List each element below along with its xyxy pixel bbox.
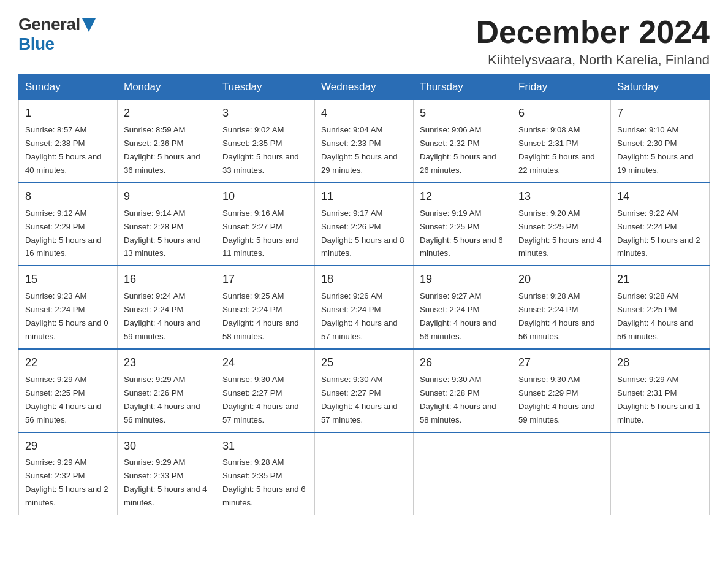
day-number: 13: [518, 188, 604, 205]
calendar-cell: 1 Sunrise: 8:57 AMSunset: 2:38 PMDayligh…: [19, 100, 118, 183]
calendar-cell: [315, 432, 414, 515]
day-info: Sunrise: 9:28 AMSunset: 2:24 PMDaylight:…: [518, 291, 595, 341]
logo: General Blue: [18, 15, 96, 54]
day-info: Sunrise: 9:30 AMSunset: 2:28 PMDaylight:…: [420, 375, 496, 424]
day-number: 25: [321, 354, 407, 372]
calendar-cell: 12 Sunrise: 9:19 AMSunset: 2:25 PMDaylig…: [414, 183, 512, 266]
calendar-cell: 16 Sunrise: 9:24 AMSunset: 2:24 PMDaylig…: [118, 266, 216, 349]
day-number: 12: [420, 188, 506, 205]
day-number: 21: [617, 271, 703, 288]
calendar-cell: 19 Sunrise: 9:27 AMSunset: 2:24 PMDaylig…: [414, 266, 512, 349]
day-number: 30: [124, 438, 210, 455]
logo-general-text: General: [18, 15, 80, 34]
day-info: Sunrise: 9:28 AMSunset: 2:35 PMDaylight:…: [222, 458, 306, 507]
day-number: 26: [420, 354, 506, 372]
location-title: Kiihtelysvaara, North Karelia, Finland: [476, 52, 710, 68]
day-number: 1: [25, 105, 111, 122]
day-info: Sunrise: 9:06 AMSunset: 2:32 PMDaylight:…: [420, 125, 496, 175]
day-info: Sunrise: 9:04 AMSunset: 2:33 PMDaylight:…: [321, 125, 398, 175]
day-number: 15: [25, 271, 111, 288]
calendar-cell: 14 Sunrise: 9:22 AMSunset: 2:24 PMDaylig…: [611, 183, 710, 266]
calendar-cell: 13 Sunrise: 9:20 AMSunset: 2:25 PMDaylig…: [512, 183, 611, 266]
day-info: Sunrise: 9:14 AMSunset: 2:28 PMDaylight:…: [124, 209, 200, 258]
day-number: 16: [124, 271, 210, 288]
calendar-cell: 18 Sunrise: 9:26 AMSunset: 2:24 PMDaylig…: [315, 266, 414, 349]
calendar-cell: 30 Sunrise: 9:29 AMSunset: 2:33 PMDaylig…: [118, 432, 216, 515]
calendar-week-row: 1 Sunrise: 8:57 AMSunset: 2:38 PMDayligh…: [19, 100, 710, 183]
calendar-cell: 10 Sunrise: 9:16 AMSunset: 2:27 PMDaylig…: [216, 183, 315, 266]
calendar-cell: 11 Sunrise: 9:17 AMSunset: 2:26 PMDaylig…: [315, 183, 414, 266]
day-info: Sunrise: 9:23 AMSunset: 2:24 PMDaylight:…: [25, 291, 108, 341]
calendar-cell: 8 Sunrise: 9:12 AMSunset: 2:29 PMDayligh…: [19, 183, 118, 266]
day-info: Sunrise: 9:16 AMSunset: 2:27 PMDaylight:…: [222, 209, 299, 258]
calendar-cell: [414, 432, 512, 515]
day-number: 2: [124, 105, 210, 122]
day-number: 29: [25, 438, 111, 455]
day-info: Sunrise: 9:28 AMSunset: 2:25 PMDaylight:…: [617, 291, 694, 341]
day-number: 20: [518, 271, 604, 288]
day-number: 23: [124, 354, 210, 372]
day-info: Sunrise: 9:25 AMSunset: 2:24 PMDaylight:…: [222, 291, 299, 341]
day-info: Sunrise: 9:08 AMSunset: 2:31 PMDaylight:…: [518, 125, 595, 175]
day-number: 22: [25, 354, 111, 372]
calendar-week-row: 15 Sunrise: 9:23 AMSunset: 2:24 PMDaylig…: [19, 266, 710, 349]
day-info: Sunrise: 9:10 AMSunset: 2:30 PMDaylight:…: [617, 125, 694, 175]
calendar-cell: 21 Sunrise: 9:28 AMSunset: 2:25 PMDaylig…: [611, 266, 710, 349]
day-number: 28: [617, 354, 703, 372]
day-info: Sunrise: 9:29 AMSunset: 2:32 PMDaylight:…: [25, 458, 108, 507]
calendar-cell: [512, 432, 611, 515]
calendar-week-row: 8 Sunrise: 9:12 AMSunset: 2:29 PMDayligh…: [19, 183, 710, 266]
day-number: 17: [222, 271, 308, 288]
day-number: 3: [222, 105, 308, 122]
col-header-thursday: Thursday: [414, 75, 512, 100]
day-info: Sunrise: 9:20 AMSunset: 2:25 PMDaylight:…: [518, 209, 602, 258]
month-title: December 2024: [476, 15, 710, 50]
day-info: Sunrise: 8:57 AMSunset: 2:38 PMDaylight:…: [25, 125, 102, 175]
day-info: Sunrise: 9:17 AMSunset: 2:26 PMDaylight:…: [321, 209, 404, 258]
day-number: 6: [518, 105, 604, 122]
day-info: Sunrise: 9:30 AMSunset: 2:29 PMDaylight:…: [518, 375, 595, 424]
day-info: Sunrise: 9:19 AMSunset: 2:25 PMDaylight:…: [420, 209, 503, 258]
calendar-cell: 3 Sunrise: 9:02 AMSunset: 2:35 PMDayligh…: [216, 100, 315, 183]
day-info: Sunrise: 9:29 AMSunset: 2:31 PMDaylight:…: [617, 375, 700, 424]
day-number: 10: [222, 188, 308, 205]
day-number: 19: [420, 271, 506, 288]
calendar-week-row: 29 Sunrise: 9:29 AMSunset: 2:32 PMDaylig…: [19, 432, 710, 515]
day-number: 7: [617, 105, 703, 122]
day-number: 9: [124, 188, 210, 205]
calendar-cell: 15 Sunrise: 9:23 AMSunset: 2:24 PMDaylig…: [19, 266, 118, 349]
day-info: Sunrise: 9:02 AMSunset: 2:35 PMDaylight:…: [222, 125, 299, 175]
day-number: 5: [420, 105, 506, 122]
day-info: Sunrise: 9:24 AMSunset: 2:24 PMDaylight:…: [124, 291, 200, 341]
day-number: 8: [25, 188, 111, 205]
calendar-cell: 6 Sunrise: 9:08 AMSunset: 2:31 PMDayligh…: [512, 100, 611, 183]
day-info: Sunrise: 9:12 AMSunset: 2:29 PMDaylight:…: [25, 209, 102, 258]
calendar-cell: 28 Sunrise: 9:29 AMSunset: 2:31 PMDaylig…: [611, 349, 710, 432]
calendar-cell: 20 Sunrise: 9:28 AMSunset: 2:24 PMDaylig…: [512, 266, 611, 349]
page-header: General Blue December 2024 Kiihtelysvaar…: [18, 15, 710, 68]
logo-triangle-icon: [82, 18, 96, 32]
day-number: 14: [617, 188, 703, 205]
day-info: Sunrise: 9:29 AMSunset: 2:33 PMDaylight:…: [124, 458, 207, 507]
calendar-cell: 29 Sunrise: 9:29 AMSunset: 2:32 PMDaylig…: [19, 432, 118, 515]
day-number: 31: [222, 438, 308, 455]
calendar-week-row: 22 Sunrise: 9:29 AMSunset: 2:25 PMDaylig…: [19, 349, 710, 432]
calendar-cell: 23 Sunrise: 9:29 AMSunset: 2:26 PMDaylig…: [118, 349, 216, 432]
calendar-cell: 4 Sunrise: 9:04 AMSunset: 2:33 PMDayligh…: [315, 100, 414, 183]
day-info: Sunrise: 9:29 AMSunset: 2:25 PMDaylight:…: [25, 375, 102, 424]
col-header-tuesday: Tuesday: [216, 75, 315, 100]
logo-blue-text: Blue: [18, 34, 55, 54]
col-header-sunday: Sunday: [19, 75, 118, 100]
col-header-saturday: Saturday: [611, 75, 710, 100]
col-header-friday: Friday: [512, 75, 611, 100]
day-number: 11: [321, 188, 407, 205]
day-number: 4: [321, 105, 407, 122]
calendar-cell: 24 Sunrise: 9:30 AMSunset: 2:27 PMDaylig…: [216, 349, 315, 432]
title-section: December 2024 Kiihtelysvaara, North Kare…: [476, 15, 710, 68]
calendar-table: SundayMondayTuesdayWednesdayThursdayFrid…: [18, 74, 710, 515]
col-header-wednesday: Wednesday: [315, 75, 414, 100]
calendar-cell: 25 Sunrise: 9:30 AMSunset: 2:27 PMDaylig…: [315, 349, 414, 432]
calendar-cell: 26 Sunrise: 9:30 AMSunset: 2:28 PMDaylig…: [414, 349, 512, 432]
day-info: Sunrise: 9:29 AMSunset: 2:26 PMDaylight:…: [124, 375, 200, 424]
day-number: 27: [518, 354, 604, 372]
